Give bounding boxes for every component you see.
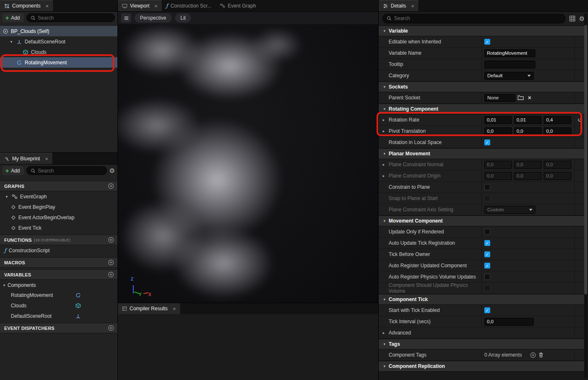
- list-item-event-actorbeginoverlap[interactable]: Event ActorBeginOverlap: [0, 212, 117, 223]
- checkbox-auto-register-updated-component[interactable]: ✓: [484, 263, 490, 269]
- pivot-translation-z-input[interactable]: [544, 127, 571, 135]
- section-header-macros[interactable]: MACROS: [0, 257, 117, 268]
- row-expander-icon[interactable]: ▸: [381, 162, 386, 167]
- tree-item-defaultsceneroot[interactable]: ▾DefaultSceneRoot: [0, 36, 117, 47]
- section-expander-icon[interactable]: ▾: [382, 85, 387, 89]
- details-scrollbar-thumb[interactable]: [584, 25, 587, 294]
- folder-icon[interactable]: [517, 95, 524, 101]
- section-header-component-replication[interactable]: ▾Component Replication: [379, 361, 585, 372]
- tab-my-blueprint[interactable]: My Blueprint ×: [0, 153, 52, 164]
- section-header-functions[interactable]: FUNCTIONS(18 OVERRIDABLE): [0, 235, 117, 245]
- section-header-event-dispatchers[interactable]: EVENT DISPATCHERS: [0, 323, 117, 333]
- dropdown-category[interactable]: Default: [484, 72, 534, 80]
- row-expander-icon[interactable]: ▸: [381, 118, 386, 122]
- plane-constraint-normal-y-input[interactable]: [514, 161, 542, 169]
- circle-plus-icon[interactable]: [108, 271, 114, 278]
- details-settings-gear-icon[interactable]: ⚙: [579, 15, 585, 22]
- pivot-translation-x-input[interactable]: [484, 127, 512, 135]
- input-tick-interval-secs[interactable]: [484, 318, 534, 326]
- rotation-rate-z-input[interactable]: [544, 116, 571, 124]
- list-item-eventgraph[interactable]: ▾EventGraph: [0, 191, 117, 202]
- plane-constraint-origin-z-input[interactable]: [544, 172, 571, 180]
- checkbox-auto-update-tick-registration[interactable]: ✓: [484, 240, 490, 246]
- list-item-defaultsceneroot[interactable]: DefaultSceneRoot: [0, 311, 117, 321]
- section-header-tags[interactable]: ▾Tags: [379, 339, 585, 350]
- list-item-clouds[interactable]: Clouds: [0, 300, 117, 311]
- tab-construction-script[interactable]: ƒ Construction Scr...: [162, 0, 216, 11]
- viewport-menu-button[interactable]: [121, 13, 131, 23]
- display-options-grid-icon[interactable]: [569, 15, 575, 22]
- input-variable-name[interactable]: [484, 49, 535, 57]
- tab-event-graph[interactable]: Event Graph: [216, 0, 260, 11]
- category-components[interactable]: ▾Components: [0, 281, 117, 290]
- section-header-variables[interactable]: VARIABLES: [0, 269, 117, 280]
- checkbox-snap-to-plane-at-start[interactable]: [484, 195, 490, 201]
- checkbox-rotation-in-local-space[interactable]: ✓: [484, 139, 490, 145]
- my-blueprint-search[interactable]: [26, 166, 107, 175]
- pivot-translation-y-input[interactable]: [514, 127, 542, 135]
- checkbox-editable-when-inherited[interactable]: ✓: [484, 39, 490, 45]
- lit-button[interactable]: Lit: [175, 13, 191, 23]
- circle-plus-icon[interactable]: [108, 325, 114, 331]
- perspective-button[interactable]: Perspective: [135, 13, 172, 23]
- section-expander-icon[interactable]: ▾: [382, 297, 387, 301]
- reset-to-default-icon[interactable]: ↺: [578, 117, 583, 123]
- plane-constraint-normal-x-input[interactable]: [484, 161, 512, 169]
- checkbox-component-should-update-physics-volume[interactable]: [484, 285, 490, 291]
- section-header-rotating-component[interactable]: ▾Rotating Component: [379, 104, 585, 114]
- blueprint-settings-gear-icon[interactable]: ⚙: [109, 167, 115, 174]
- section-header-variable[interactable]: ▾Variable: [379, 25, 585, 36]
- close-icon[interactable]: ×: [411, 3, 415, 9]
- section-expander-icon[interactable]: ▾: [382, 342, 387, 346]
- row-expander-icon[interactable]: ▸: [381, 129, 386, 133]
- list-item-event-beginplay[interactable]: Event BeginPlay: [0, 202, 117, 212]
- tab-components[interactable]: Components ×: [0, 0, 53, 11]
- tab-viewport[interactable]: Viewport ×: [118, 0, 162, 11]
- close-icon[interactable]: ×: [46, 3, 49, 9]
- circle-plus-icon[interactable]: [530, 352, 536, 358]
- circle-plus-icon[interactable]: [108, 259, 114, 266]
- circle-plus-icon[interactable]: [108, 237, 114, 243]
- tab-compiler-results[interactable]: Compiler Results ×: [118, 303, 180, 314]
- input-tooltip[interactable]: [484, 61, 535, 68]
- section-expander-icon[interactable]: ▾: [382, 152, 387, 156]
- checkbox-tick-before-owner[interactable]: ✓: [484, 251, 490, 257]
- section-expander-icon[interactable]: ▾: [382, 29, 387, 33]
- add-new-button[interactable]: + Add: [3, 166, 24, 175]
- section-expander-icon[interactable]: ▾: [382, 219, 387, 223]
- close-icon[interactable]: ×: [45, 156, 48, 162]
- row-expander-icon[interactable]: ▸: [381, 331, 386, 335]
- details-scrollbar[interactable]: [584, 13, 587, 378]
- plane-constraint-normal-z-input[interactable]: [544, 161, 571, 169]
- list-item-rotatingmovement[interactable]: RotatingMovement: [0, 290, 117, 300]
- my-blueprint-search-input[interactable]: [38, 168, 103, 174]
- list-item-constructionscript[interactable]: ƒConstructionScript: [0, 245, 117, 256]
- add-component-button[interactable]: + Add: [3, 13, 24, 22]
- viewport[interactable]: Perspective Lit Z Y X: [118, 12, 378, 303]
- checkbox-update-only-if-rendered[interactable]: [484, 229, 490, 235]
- expander-icon[interactable]: ▾: [4, 195, 9, 199]
- section-header-component-tick[interactable]: ▾Component Tick: [379, 294, 585, 305]
- details-search[interactable]: [382, 14, 565, 23]
- expander-icon[interactable]: ▾: [9, 40, 14, 44]
- section-header-graphs[interactable]: GRAPHS: [0, 181, 117, 191]
- rotation-rate-x-input[interactable]: [484, 116, 512, 124]
- section-header-planar-movement[interactable]: ▾Planar Movement: [379, 148, 585, 159]
- checkbox-constrain-to-plane[interactable]: [484, 184, 490, 190]
- components-search-input[interactable]: [38, 15, 111, 21]
- section-header-movement-component[interactable]: ▾Movement Component: [379, 215, 585, 226]
- trash-icon[interactable]: [538, 352, 544, 358]
- section-expander-icon[interactable]: ▾: [382, 364, 387, 368]
- tree-item-bp-clouds-self[interactable]: BP_Clouds (Self): [0, 26, 117, 36]
- clear-socket-icon[interactable]: ×: [528, 94, 531, 101]
- rotation-rate-y-input[interactable]: [514, 116, 542, 124]
- checkbox-auto-register-physics-volume-updates[interactable]: [484, 274, 490, 280]
- checkbox-start-with-tick-enabled[interactable]: ✓: [484, 307, 490, 313]
- components-search[interactable]: [26, 13, 115, 22]
- tree-item-rotatingmovement[interactable]: RotatingMovement: [0, 57, 117, 68]
- close-icon[interactable]: ×: [173, 306, 176, 312]
- expander-icon[interactable]: ▾: [2, 283, 7, 287]
- plane-constraint-origin-y-input[interactable]: [514, 172, 542, 180]
- tree-item-clouds[interactable]: Clouds: [0, 47, 117, 57]
- row-expander-icon[interactable]: ▸: [381, 174, 386, 178]
